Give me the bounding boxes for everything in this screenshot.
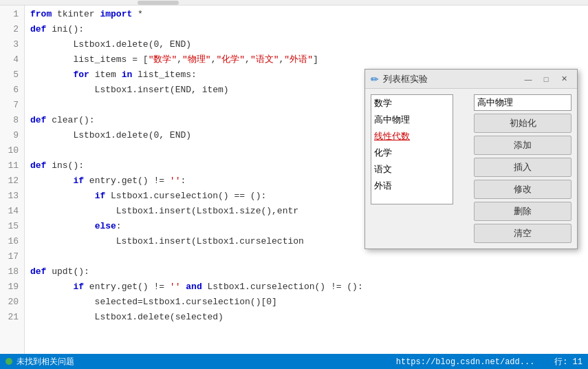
list-item[interactable]: 语文 — [371, 161, 453, 178]
status-line-info: 行: 11 — [554, 357, 582, 367]
status-left: 未找到相关问题 — [6, 356, 74, 368]
window-title-bar[interactable]: ✏ 列表框实验 — □ ✕ — [365, 70, 577, 89]
code-line: if entry.get() != '' and Lstbox1.cursele… — [30, 280, 588, 295]
code-line: def updt(): — [30, 264, 588, 280]
listbox[interactable]: 数学高中物理线性代数化学语文外语 — [371, 94, 453, 204]
float-window: ✏ 列表框实验 — □ ✕ 数学高中物理线性代数化学语文外语 初始化添加插入修改… — [364, 69, 578, 249]
list-item[interactable]: 高中物理 — [371, 112, 453, 128]
window-body: 数学高中物理线性代数化学语文外语 初始化添加插入修改删除清空 — [365, 89, 577, 249]
window-title-text: ✏ 列表框实验 — [371, 73, 428, 85]
list-item[interactable]: 化学 — [371, 145, 453, 161]
entry-field[interactable] — [474, 94, 571, 111]
window-icon: ✏ — [371, 74, 379, 85]
code-line: Lstbox1.delete(0, END) — [30, 37, 588, 52]
action-buttons: 初始化添加插入修改删除清空 — [474, 114, 571, 243]
action-btn-清空[interactable]: 清空 — [474, 224, 571, 243]
status-message: 未找到相关问题 — [17, 356, 74, 368]
window-title-label: 列表框实验 — [383, 73, 428, 85]
right-panel: 初始化添加插入修改删除清空 — [474, 94, 571, 243]
code-line: Lstbox1.delete(selected) — [30, 310, 588, 325]
code-line: def ini(): — [30, 22, 588, 37]
code-line: list_items = ["数学","物理","化学","语文","外语"] — [30, 52, 588, 67]
list-item[interactable]: 线性代数 — [371, 128, 453, 145]
action-btn-插入[interactable]: 插入 — [474, 158, 571, 177]
minimize-button[interactable]: — — [521, 73, 536, 85]
list-item[interactable]: 数学 — [371, 95, 453, 112]
horizontal-scrollbar[interactable] — [0, 0, 588, 6]
status-bar: 未找到相关问题 https://blog.csdn.net/add... 行: … — [0, 354, 588, 369]
code-line: selected=Lstbox1.curselection()[0] — [30, 295, 588, 310]
close-button[interactable]: ✕ — [556, 73, 571, 85]
status-dot — [6, 358, 12, 365]
maximize-button[interactable]: □ — [538, 73, 554, 85]
action-btn-删除[interactable]: 删除 — [474, 202, 571, 221]
code-editor: 123456789101112131415161718192021 from t… — [0, 0, 588, 369]
list-item[interactable]: 外语 — [371, 178, 453, 194]
action-btn-添加[interactable]: 添加 — [474, 136, 571, 155]
status-right: https://blog.csdn.net/add... 行: 11 — [396, 356, 582, 368]
action-btn-修改[interactable]: 修改 — [474, 180, 571, 199]
status-url: https://blog.csdn.net/add... — [396, 357, 535, 367]
line-numbers: 123456789101112131415161718192021 — [0, 6, 25, 354]
window-controls: — □ ✕ — [521, 73, 571, 85]
code-line — [30, 249, 588, 264]
code-line: from tkinter import * — [30, 7, 588, 22]
action-btn-初始化[interactable]: 初始化 — [474, 114, 571, 133]
listbox-container: 数学高中物理线性代数化学语文外语 — [371, 94, 468, 243]
